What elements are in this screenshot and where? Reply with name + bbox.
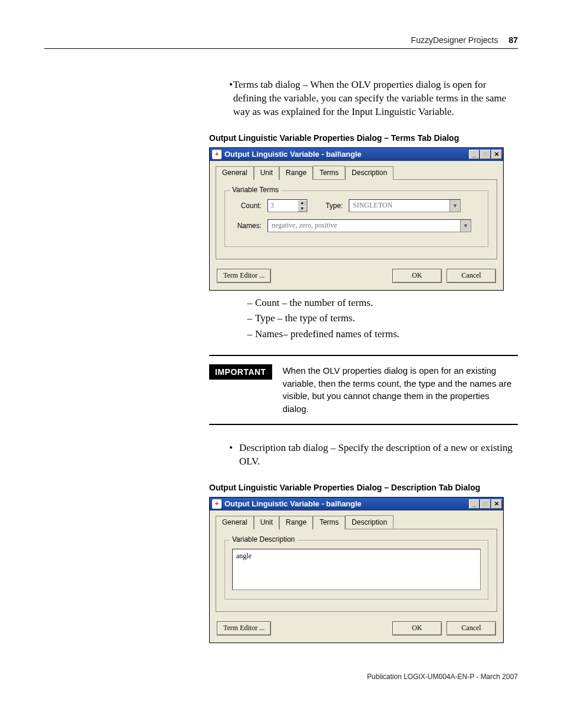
names-label: Names:	[232, 222, 262, 230]
important-badge: IMPORTANT	[209, 364, 272, 380]
count-input[interactable]	[268, 200, 297, 212]
bullet-icon: •	[229, 442, 239, 469]
variable-description-fieldset: Variable Description	[224, 540, 488, 599]
dialog-button-row: Term Editor ... OK Cancel	[210, 265, 503, 290]
dialog-title: Output Linguistic Variable - ball\angle	[224, 150, 469, 159]
titlebar: ✦ Output Linguistic Variable - ball\angl…	[210, 148, 503, 161]
sub-item: Type – the type of terms.	[255, 311, 355, 326]
tab-unit[interactable]: Unit	[254, 516, 279, 529]
fieldset-legend: Variable Terms	[230, 186, 281, 194]
description-dialog: ✦ Output Linguistic Variable - ball\angl…	[209, 497, 504, 643]
minimize-icon[interactable]: _	[469, 150, 480, 159]
count-spinner[interactable]: ▲ ▼	[267, 199, 308, 212]
intro-bullet: • Terms tab dialog – When the OLV proper…	[229, 78, 518, 119]
dialog-button-row: Term Editor ... OK Cancel	[210, 618, 503, 643]
tab-body: Variable Terms Count: ▲ ▼ Type:	[216, 179, 497, 259]
type-input[interactable]	[349, 200, 449, 212]
tab-general[interactable]: General	[216, 516, 254, 529]
maximize-icon[interactable]: □	[480, 499, 491, 509]
page-header: FuzzyDesigner Projects 87	[44, 35, 518, 45]
names-combo[interactable]: ▼	[267, 219, 471, 232]
chevron-down-icon[interactable]: ▼	[449, 200, 460, 212]
caption-desc-dialog: Output Linguistic Variable Properties Di…	[209, 483, 518, 492]
tab-unit[interactable]: Unit	[254, 166, 279, 180]
desc-bullet: • Description tab dialog – Specify the d…	[229, 442, 518, 469]
tab-range[interactable]: Range	[279, 166, 313, 180]
app-icon: ✦	[212, 499, 222, 509]
type-combo[interactable]: ▼	[349, 199, 461, 212]
description-textarea[interactable]	[232, 549, 481, 590]
minimize-icon[interactable]: _	[469, 499, 480, 509]
sub-item: Count – the number of terms.	[255, 295, 373, 311]
tab-terms[interactable]: Terms	[313, 166, 345, 179]
tab-description[interactable]: Description	[345, 166, 394, 180]
variable-terms-fieldset: Variable Terms Count: ▲ ▼ Type:	[224, 190, 488, 247]
sub-item: Names– predefined names of terms.	[255, 327, 399, 342]
names-input[interactable]	[268, 220, 460, 232]
app-icon: ✦	[212, 150, 222, 159]
maximize-icon[interactable]: □	[480, 150, 491, 159]
tab-range[interactable]: Range	[279, 516, 313, 529]
tab-strip: General Unit Range Terms Description	[210, 510, 503, 529]
tab-general[interactable]: General	[216, 166, 254, 180]
term-editor-button[interactable]: Term Editor ...	[217, 621, 271, 635]
header-section: FuzzyDesigner Projects	[411, 35, 498, 45]
cancel-button[interactable]: Cancel	[447, 269, 496, 283]
desc-text: Description tab dialog – Specify the des…	[239, 442, 518, 469]
page-number: 87	[508, 35, 518, 45]
header-rule	[44, 48, 518, 49]
spinner-down-icon[interactable]: ▼	[297, 206, 307, 212]
fieldset-legend: Variable Description	[230, 535, 297, 543]
close-icon[interactable]: ✕	[491, 150, 502, 159]
tab-description[interactable]: Description	[345, 515, 394, 529]
type-label: Type:	[313, 202, 343, 210]
caption-terms-dialog: Output Linguistic Variable Properties Di…	[209, 133, 518, 143]
chevron-down-icon[interactable]: ▼	[460, 220, 471, 232]
important-text: When the OLV properties dialog is open f…	[283, 364, 518, 416]
tab-body: Variable Description	[216, 529, 497, 612]
tab-terms[interactable]: Terms	[313, 516, 345, 529]
count-label: Count:	[232, 202, 262, 210]
close-icon[interactable]: ✕	[491, 499, 502, 509]
term-editor-button[interactable]: Term Editor ...	[217, 269, 271, 283]
publication-footer: Publication LOGIX-UM004A-EN-P - March 20…	[209, 673, 518, 681]
ok-button[interactable]: OK	[392, 269, 442, 283]
intro-text: Terms tab dialog – When the OLV properti…	[233, 78, 518, 119]
titlebar: ✦ Output Linguistic Variable - ball\angl…	[210, 498, 503, 510]
tab-strip: General Unit Range Terms Description	[210, 161, 503, 179]
spinner-up-icon[interactable]: ▲	[297, 200, 307, 206]
cancel-button[interactable]: Cancel	[447, 621, 496, 635]
important-callout: IMPORTANT When the OLV properties dialog…	[209, 355, 518, 425]
dialog-title: Output Linguistic Variable - ball\angle	[224, 499, 469, 508]
bullet-icon: •	[229, 78, 233, 119]
terms-sub-list: –Count – the number of terms. –Type – th…	[244, 295, 518, 342]
terms-dialog: ✦ Output Linguistic Variable - ball\angl…	[209, 147, 504, 291]
ok-button[interactable]: OK	[392, 621, 442, 635]
